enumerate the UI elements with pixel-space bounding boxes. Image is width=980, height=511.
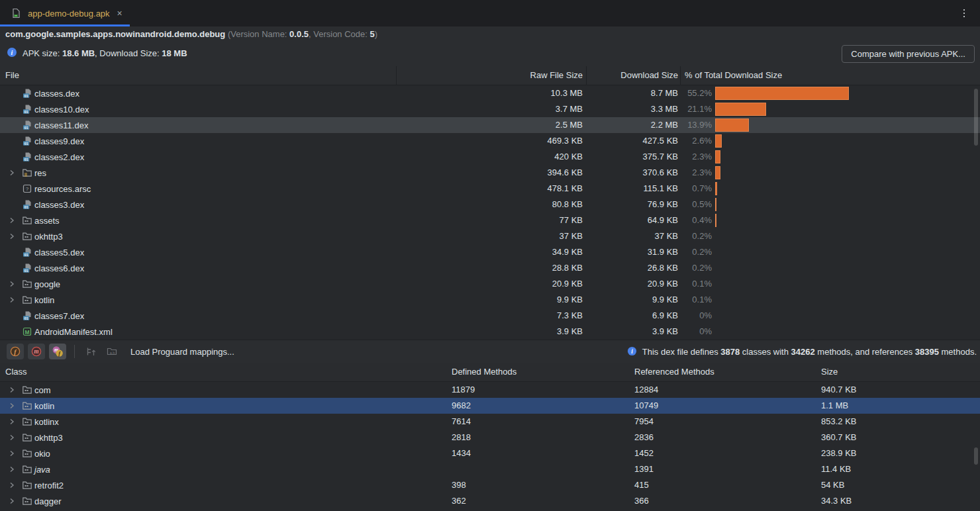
- file-table-row[interactable]: 01classes.dex10.3 MB8.7 MB55.2%: [0, 85, 980, 101]
- column-header-raw-file-size[interactable]: Raw File Size: [530, 66, 583, 85]
- file-table-row[interactable]: 01classes10.dex3.7 MB3.3 MB21.1%: [0, 101, 980, 117]
- class-size: 940.7 KB: [821, 382, 857, 398]
- column-separator[interactable]: [586, 66, 587, 85]
- file-table-row[interactable]: 01classes7.dex7.3 KB6.9 KB0%: [0, 308, 980, 324]
- column-header-file[interactable]: File: [5, 66, 19, 85]
- editor-tab-bar: app-demo-debug.apk ×: [0, 0, 980, 26]
- class-size: 1.1 MB: [821, 398, 848, 414]
- class-table-row[interactable]: com1187912884940.7 KB: [0, 382, 980, 398]
- tab-close-icon[interactable]: ×: [117, 8, 122, 19]
- class-name: kotlin: [34, 401, 54, 411]
- file-table-row[interactable]: google20.9 KB20.9 KB0.1%: [0, 276, 980, 292]
- column-separator[interactable]: [680, 66, 681, 85]
- class-table-row[interactable]: dagger36236634.3 KB: [0, 493, 980, 509]
- version-name-label: (Version Name:: [225, 29, 289, 39]
- class-table-row[interactable]: retrofit239841554 KB: [0, 477, 980, 493]
- package-folder-icon: [22, 400, 34, 411]
- show-methods-toggle[interactable]: m: [28, 344, 45, 359]
- download-size-bar: [715, 87, 849, 100]
- file-table-row[interactable]: 01classes5.dex34.9 KB31.9 KB0.2%: [0, 244, 980, 260]
- chevron-right-icon[interactable]: [8, 418, 22, 426]
- load-proguard-mappings-label[interactable]: Load Proguard mappings...: [130, 347, 234, 357]
- class-table-row[interactable]: java139111.4 KB: [0, 461, 980, 477]
- column-separator[interactable]: [396, 66, 397, 85]
- file-name: classes3.dex: [34, 200, 84, 210]
- dex-methods-count: 34262: [791, 347, 815, 357]
- file-table-row[interactable]: kotlin9.9 KB9.9 KB0.1%: [0, 292, 980, 308]
- column-header-defined-methods[interactable]: Defined Methods: [452, 363, 516, 381]
- class-table-row[interactable]: kotlinx76147954853.2 KB: [0, 414, 980, 430]
- show-all-toggle[interactable]: m f: [49, 344, 66, 359]
- version-code-label: , Version Code:: [309, 29, 370, 39]
- column-header-pct-total[interactable]: % of Total Download Size: [685, 66, 782, 85]
- class-table-row[interactable]: okio14341452238.9 KB: [0, 445, 980, 461]
- svg-text:01: 01: [24, 110, 28, 114]
- vertical-scrollbar-thumb[interactable]: [974, 447, 978, 465]
- file-table-row[interactable]: 01classes11.dex2.5 MB2.2 MB13.9%: [0, 117, 980, 133]
- pct-of-total: 0.1%: [692, 292, 712, 308]
- column-header-referenced-methods[interactable]: Referenced Methods: [634, 363, 714, 381]
- folder-icon: [22, 231, 34, 242]
- file-table-row[interactable]: ?resources.arsc478.1 KB115.1 KB0.7%: [0, 181, 980, 197]
- chevron-right-icon[interactable]: [8, 497, 22, 505]
- chevron-right-icon[interactable]: [8, 481, 22, 489]
- file-table-row[interactable]: MAndroidManifest.xml3.9 KB3.9 KB0%: [0, 324, 980, 340]
- svg-text:01: 01: [24, 316, 28, 320]
- chevron-right-icon[interactable]: [8, 386, 22, 394]
- apk-file-icon: [11, 8, 23, 19]
- version-suffix: ): [375, 29, 377, 39]
- file-name: classes6.dex: [34, 263, 84, 273]
- class-size: 11.4 KB: [821, 461, 851, 477]
- chevron-right-icon[interactable]: [8, 434, 22, 441]
- apk-size-text: APK size: 18.6 MB, Download Size: 18 MB: [23, 48, 187, 58]
- file-name: classes.dex: [34, 89, 79, 99]
- download-size: 115.1 KB: [643, 181, 678, 197]
- pct-of-total: 2.3%: [692, 149, 712, 165]
- file-name: kotlin: [34, 295, 54, 305]
- chevron-right-icon[interactable]: [8, 449, 22, 457]
- class-table-row[interactable]: kotlin9682107491.1 MB: [0, 398, 980, 414]
- chevron-right-icon[interactable]: [8, 280, 22, 288]
- file-table-row[interactable]: res394.6 KB370.6 KB2.3%: [0, 165, 980, 181]
- column-header-class[interactable]: Class: [5, 363, 27, 381]
- file-table-row[interactable]: 01classes3.dex80.8 KB76.9 KB0.5%: [0, 197, 980, 212]
- chevron-right-icon[interactable]: [8, 296, 22, 304]
- column-header-size[interactable]: Size: [821, 363, 838, 381]
- svg-text:01: 01: [24, 142, 28, 146]
- class-size: 54 KB: [821, 477, 844, 493]
- proguard-folder-icon[interactable]: a.b: [104, 344, 120, 359]
- show-fields-toggle[interactable]: f: [7, 344, 24, 359]
- download-size: 9.9 KB: [652, 292, 678, 308]
- apk-analyzer-window: app-demo-debug.apk × com.google.samples.…: [0, 0, 980, 511]
- chevron-right-icon[interactable]: [8, 216, 22, 224]
- class-table-row[interactable]: okhttp328182836360.7 KB: [0, 430, 980, 445]
- download-size-bar: [715, 103, 766, 116]
- chevron-right-icon[interactable]: [8, 169, 22, 177]
- chevron-right-icon[interactable]: [8, 465, 22, 473]
- tab-app-demo-debug-apk[interactable]: app-demo-debug.apk ×: [0, 0, 132, 26]
- class-size: 34.3 KB: [821, 493, 852, 509]
- file-table-row[interactable]: okhttp337 KB37 KB0.2%: [0, 228, 980, 244]
- dex-references-count: 38395: [915, 347, 939, 357]
- file-table-row[interactable]: 01classes9.dex469.3 KB427.5 KB2.6%: [0, 133, 980, 149]
- more-options-icon[interactable]: [959, 7, 969, 20]
- vertical-scrollbar-thumb[interactable]: [974, 89, 978, 146]
- raw-file-size: 10.3 MB: [551, 85, 583, 101]
- expand-tree-icon[interactable]: [83, 344, 99, 359]
- dex-summary-prefix: This dex file defines: [642, 347, 721, 357]
- download-size: 3.3 MB: [651, 101, 678, 117]
- file-name: okhttp3: [34, 232, 63, 242]
- chevron-right-icon[interactable]: [8, 402, 22, 410]
- download-size: 3.9 KB: [652, 324, 678, 340]
- column-header-download-size[interactable]: Download Size: [620, 66, 678, 85]
- chevron-right-icon[interactable]: [8, 232, 22, 240]
- dex-file-icon: 01: [22, 136, 34, 146]
- download-size-bar: [715, 150, 720, 163]
- file-name: classes10.dex: [34, 105, 89, 115]
- download-size: 37 KB: [655, 228, 678, 244]
- file-table-row[interactable]: 01classes6.dex28.8 KB26.8 KB0.2%: [0, 260, 980, 276]
- referenced-methods: 2836: [634, 430, 654, 445]
- file-table-row[interactable]: assets77 KB64.9 KB0.4%: [0, 212, 980, 228]
- file-table-row[interactable]: 01classes2.dex420 KB375.7 KB2.3%: [0, 149, 980, 165]
- compare-with-previous-apk-button[interactable]: Compare with previous APK...: [842, 45, 975, 63]
